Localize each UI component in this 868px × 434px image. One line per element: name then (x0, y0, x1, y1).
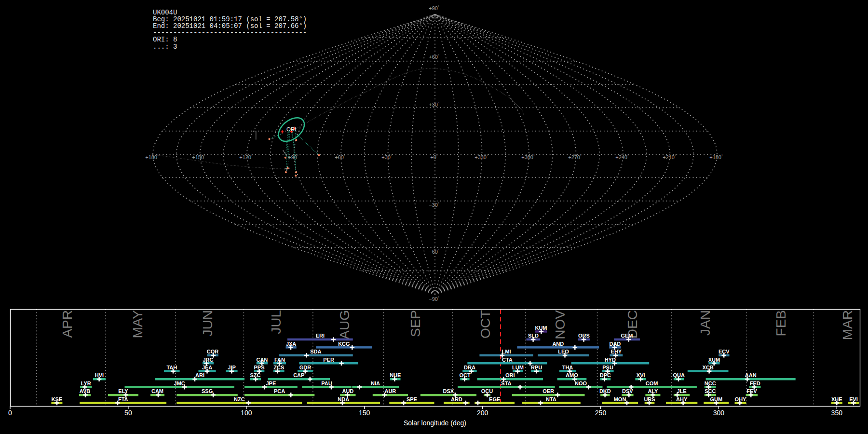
svg-text:JIP: JIP (228, 365, 236, 370)
svg-text:EVI: EVI (849, 396, 858, 402)
svg-text:QUA: QUA (673, 372, 685, 378)
svg-text:0: 0 (8, 409, 12, 417)
svg-text:+270°: +270° (568, 154, 582, 160)
svg-text:−90°: −90° (429, 296, 439, 302)
svg-text:XHE: XHE (831, 396, 842, 402)
svg-text:XUM: XUM (708, 357, 720, 363)
svg-text:NIA: NIA (371, 380, 380, 386)
svg-text:CTA: CTA (502, 357, 513, 363)
svg-text:JXA: JXA (286, 341, 296, 347)
svg-text:+330°: +330° (475, 154, 488, 160)
svg-text:GUM: GUM (710, 396, 722, 402)
svg-text:XVI: XVI (637, 372, 645, 378)
svg-text:+210°: +210° (663, 154, 676, 160)
svg-text:150: 150 (359, 409, 370, 417)
svg-text:XCB: XCB (703, 365, 714, 370)
svg-text:+120°: +120° (239, 154, 253, 160)
svg-text:HVI: HVI (95, 372, 104, 378)
svg-text:ORI: ORI (505, 372, 515, 378)
svg-text:COM: COM (646, 380, 658, 386)
svg-text:ECV: ECV (719, 349, 730, 354)
svg-text:SLD: SLD (528, 333, 539, 339)
svg-text:+300°: +300° (521, 154, 535, 160)
svg-text:KCG: KCG (338, 341, 350, 347)
svg-text:MAR: MAR (840, 310, 855, 340)
svg-text:EGE: EGE (489, 396, 500, 402)
svg-text:ORS: ORS (578, 333, 590, 339)
svg-text:AUG: AUG (337, 310, 352, 339)
svg-text:KUM: KUM (535, 325, 547, 331)
svg-text:TAH: TAH (166, 365, 177, 370)
svg-text:NUE: NUE (390, 372, 401, 378)
svg-text:NCC: NCC (705, 380, 716, 386)
svg-text:+90°: +90° (429, 5, 439, 11)
svg-text:NOO: NOO (575, 380, 587, 386)
svg-text:DKD: DKD (599, 388, 611, 394)
svg-text:DSV: DSV (622, 388, 633, 394)
svg-text:OCT: OCT (478, 310, 493, 339)
svg-text:JRC: JRC (203, 357, 213, 363)
svg-text:FEB: FEB (773, 310, 788, 336)
svg-text:NDA: NDA (338, 396, 349, 402)
svg-text:PPS: PPS (254, 365, 264, 370)
svg-text:+30°: +30° (429, 102, 439, 108)
svg-text:OHY: OHY (735, 396, 747, 402)
svg-text:AMO: AMO (566, 372, 578, 378)
svg-text:EHY: EHY (611, 349, 622, 354)
svg-text:SDA: SDA (310, 349, 321, 354)
svg-text:CAN: CAN (256, 357, 268, 363)
svg-text:+150°: +150° (192, 154, 205, 160)
svg-text:PCA: PCA (274, 388, 285, 394)
svg-text:ORI: ORI (286, 126, 296, 132)
svg-text:JLE: JLE (677, 388, 687, 394)
svg-text:DPC: DPC (600, 372, 611, 378)
svg-text:DSX: DSX (443, 388, 454, 394)
svg-text:100: 100 (241, 409, 252, 417)
svg-text:JPE: JPE (266, 380, 276, 386)
svg-text:SEP: SEP (408, 310, 423, 337)
svg-text:250: 250 (595, 409, 607, 417)
svg-text:PSU: PSU (602, 365, 613, 370)
svg-text:GEM: GEM (621, 333, 633, 339)
svg-text:200: 200 (477, 409, 488, 417)
svg-text:MAY: MAY (130, 310, 145, 339)
svg-text:...: 3: ...: 3 (153, 43, 177, 51)
svg-text:JUL: JUL (269, 310, 284, 334)
svg-text:JMC: JMC (174, 380, 185, 386)
svg-text:AVB: AVB (80, 388, 90, 394)
svg-text:LMI: LMI (502, 349, 511, 354)
svg-text:ARD: ARD (451, 396, 462, 402)
svg-text:350: 350 (831, 409, 843, 417)
svg-text:DRA: DRA (464, 365, 475, 370)
svg-text:URS: URS (644, 396, 655, 402)
svg-text:SZC: SZC (250, 372, 261, 378)
svg-text:APR: APR (60, 310, 75, 338)
svg-text:ARI: ARI (195, 372, 204, 378)
svg-text:MON: MON (614, 396, 626, 402)
svg-text:JEA: JEA (202, 365, 212, 370)
svg-text:SSG: SSG (202, 388, 213, 394)
svg-text:NZC: NZC (234, 396, 245, 402)
svg-text:AHY: AHY (676, 396, 688, 402)
svg-text:NOV: NOV (553, 310, 568, 339)
svg-text:FAN: FAN (274, 357, 285, 363)
svg-text:PER: PER (323, 357, 334, 363)
svg-text:CAP: CAP (293, 372, 304, 378)
svg-text:FTA: FTA (118, 396, 128, 402)
svg-text:LEO: LEO (558, 349, 569, 354)
svg-text:+240°: +240° (615, 154, 629, 160)
svg-text:DAD: DAD (609, 341, 621, 347)
svg-text:HYD: HYD (605, 357, 616, 363)
svg-text:JUN: JUN (200, 310, 215, 336)
svg-text:RPU: RPU (531, 365, 542, 370)
svg-text:COR: COR (207, 349, 219, 354)
svg-text:Solar longitude (deg): Solar longitude (deg) (404, 419, 466, 427)
svg-text:AAN: AAN (745, 372, 757, 378)
svg-text:OCU: OCU (481, 388, 493, 394)
svg-text:LUM: LUM (512, 365, 524, 370)
svg-text:ALY: ALY (648, 388, 658, 394)
svg-text:FED: FED (750, 380, 760, 386)
svg-text:GDR: GDR (299, 365, 312, 370)
svg-text:THA: THA (562, 365, 573, 370)
svg-text:50: 50 (124, 409, 132, 417)
